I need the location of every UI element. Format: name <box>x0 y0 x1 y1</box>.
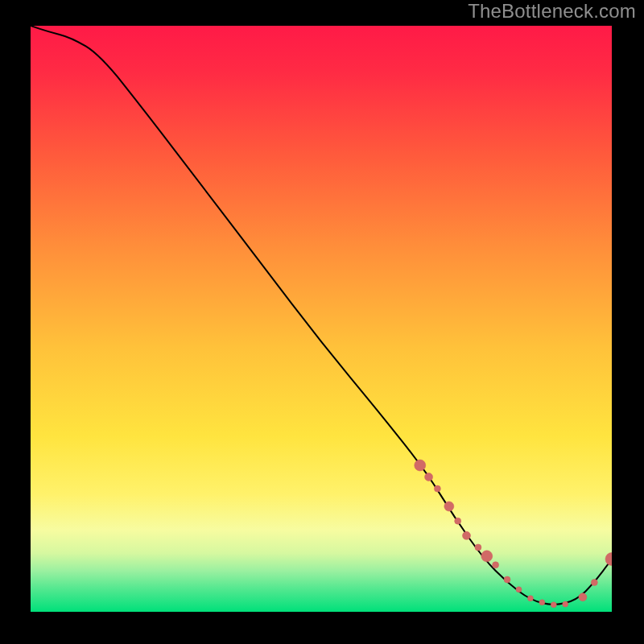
watermark-text: TheBottleneck.com <box>468 0 636 23</box>
data-marker <box>475 544 481 551</box>
data-marker <box>579 593 587 601</box>
data-marker <box>563 601 568 607</box>
chart-svg <box>31 26 612 612</box>
data-marker <box>425 473 433 481</box>
data-marker <box>455 518 461 524</box>
data-marker <box>444 502 454 511</box>
data-marker <box>481 551 493 562</box>
data-marker <box>493 562 499 568</box>
data-marker <box>463 531 471 539</box>
data-marker <box>539 600 545 605</box>
data-marker <box>551 602 556 608</box>
data-marker <box>415 460 426 471</box>
data-marker <box>591 580 597 586</box>
data-marker <box>434 485 440 492</box>
data-marker <box>516 587 522 592</box>
gradient-background <box>31 26 612 612</box>
plot-area <box>31 26 612 612</box>
data-marker <box>504 576 510 583</box>
chart-stage: TheBottleneck.com <box>0 0 644 644</box>
data-marker <box>527 596 533 601</box>
